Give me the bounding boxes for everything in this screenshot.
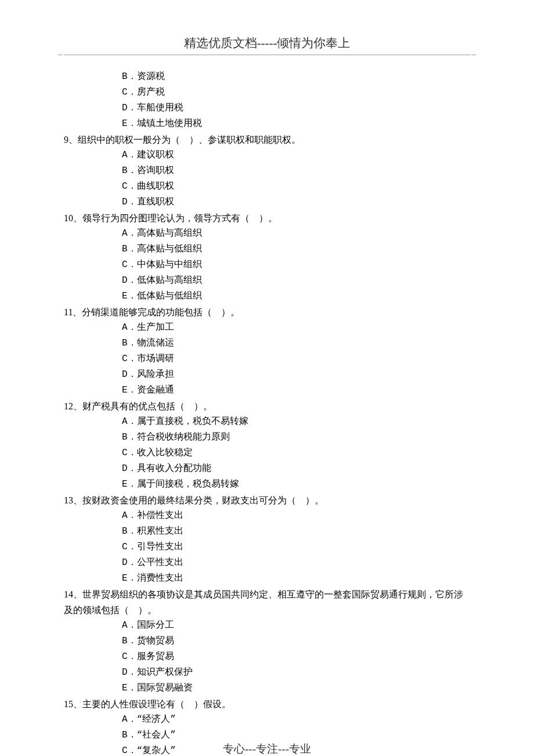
question-stem: 11、分销渠道能够完成的功能包括（ ）。	[64, 304, 470, 320]
option-item: D．知识产权保护	[64, 665, 470, 681]
option-item: A．补偿性支出	[64, 508, 470, 524]
option-item: B．高体贴与低组织	[64, 242, 470, 257]
option-item: E．城镇土地使用税	[64, 116, 470, 132]
option-item: A．建议职权	[64, 147, 470, 163]
header-rule	[64, 55, 470, 55]
option-item: C．中体贴与中组织	[64, 257, 470, 273]
option-item: C．服务贸易	[64, 649, 470, 665]
option-item: D．公平性支出	[64, 555, 470, 571]
document-body: B．资源税 C．房产税 D．车船使用税 E．城镇土地使用税 9、组织中的职权一般…	[64, 69, 470, 756]
option-item: E．国际贸易融资	[64, 681, 470, 696]
option-item: B．咨询职权	[64, 163, 470, 179]
option-item: C．房产税	[64, 85, 470, 100]
option-item: C．收入比较稳定	[64, 445, 470, 461]
question-stem: 15、主要的人性假设理论有（ ）假设。	[64, 696, 470, 712]
page-header: 精选优质文档-----倾情为你奉上	[64, 35, 470, 55]
option-item: E．属于间接税，税负易转嫁	[64, 477, 470, 492]
option-item: E．资金融通	[64, 383, 470, 398]
option-item: B．符合税收纳税能力原则	[64, 430, 470, 445]
question-stem: 13、按财政资金使用的最终结果分类，财政支出可分为（ ）。	[64, 492, 470, 508]
option-item: B．物流储运	[64, 336, 470, 351]
option-item: A．高体贴与高组织	[64, 226, 470, 242]
option-item: B．“社会人”	[64, 728, 470, 743]
option-item: E．消费性支出	[64, 571, 470, 586]
option-item: B．积累性支出	[64, 524, 470, 539]
option-item: C．市场调研	[64, 351, 470, 367]
option-item: E．低体贴与低组织	[64, 289, 470, 304]
option-item: C．曲线职权	[64, 179, 470, 195]
option-item: D．车船使用税	[64, 100, 470, 116]
option-item: A．生产加工	[64, 320, 470, 336]
option-item: D．具有收入分配功能	[64, 461, 470, 477]
option-item: D．低体贴与高组织	[64, 273, 470, 289]
option-item: C．引导性支出	[64, 539, 470, 555]
option-item: A．属于直接税，税负不易转嫁	[64, 414, 470, 430]
page-footer: 专心---专注---专业	[0, 741, 534, 756]
document-page: 精选优质文档-----倾情为你奉上 B．资源税 C．房产税 D．车船使用税 E．…	[0, 0, 534, 756]
option-item: D．直线职权	[64, 195, 470, 210]
question-stem: 10、领导行为四分图理论认为，领导方式有（ ）。	[64, 210, 470, 226]
option-item: B．货物贸易	[64, 633, 470, 649]
option-item: A．“经济人”	[64, 712, 470, 728]
question-stem: 9、组织中的职权一般分为（ ）、参谋职权和职能职权。	[64, 132, 470, 147]
option-item: D．风险承担	[64, 367, 470, 383]
question-stem: 12、财产税具有的优点包括（ ）。	[64, 398, 470, 414]
question-stem: 14、世界贸易组织的各项协议是其成员国共同约定、相互遵守的一整套国际贸易通行规则…	[64, 586, 470, 618]
option-item: B．资源税	[64, 69, 470, 85]
option-item: A．国际分工	[64, 618, 470, 633]
